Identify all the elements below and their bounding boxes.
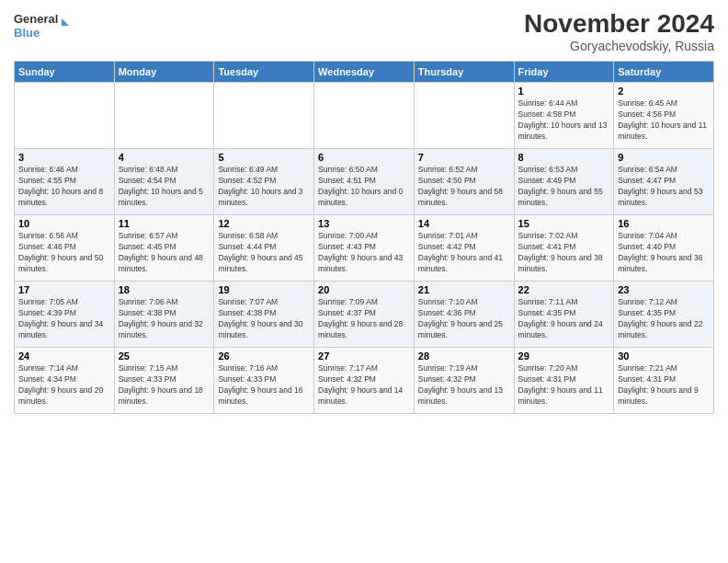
- day-number: 22: [518, 284, 610, 295]
- day-info: Sunrise: 7:02 AM Sunset: 4:41 PM Dayligh…: [518, 231, 610, 275]
- calendar-cell-w2-d6: 8Sunrise: 6:53 AM Sunset: 4:49 PM Daylig…: [514, 149, 614, 215]
- page-header: General Blue November 2024 Goryachevodsk…: [14, 9, 714, 53]
- day-info: Sunrise: 7:10 AM Sunset: 4:36 PM Dayligh…: [418, 297, 510, 341]
- day-number: 9: [618, 152, 710, 163]
- calendar-cell-w2-d1: 3Sunrise: 6:46 AM Sunset: 4:55 PM Daylig…: [15, 149, 115, 215]
- day-number: 19: [218, 284, 310, 295]
- logo: General Blue: [14, 9, 69, 42]
- day-number: 5: [218, 152, 310, 163]
- calendar-cell-w1-d1: [15, 83, 115, 149]
- day-number: 1: [518, 86, 610, 97]
- calendar-cell-w4-d4: 20Sunrise: 7:09 AM Sunset: 4:37 PM Dayli…: [314, 282, 415, 348]
- calendar-cell-w3-d2: 11Sunrise: 6:57 AM Sunset: 4:45 PM Dayli…: [114, 215, 214, 282]
- calendar-cell-w3-d3: 12Sunrise: 6:58 AM Sunset: 4:44 PM Dayli…: [214, 215, 314, 282]
- calendar-cell-w4-d5: 21Sunrise: 7:10 AM Sunset: 4:36 PM Dayli…: [414, 282, 514, 348]
- col-wednesday: Wednesday: [314, 62, 415, 83]
- calendar-cell-w4-d6: 22Sunrise: 7:11 AM Sunset: 4:35 PM Dayli…: [514, 282, 614, 348]
- calendar-cell-w5-d3: 26Sunrise: 7:16 AM Sunset: 4:33 PM Dayli…: [214, 348, 314, 414]
- day-number: 2: [618, 86, 710, 97]
- day-number: 6: [318, 152, 410, 163]
- calendar-cell-w1-d4: [314, 83, 415, 149]
- day-number: 21: [418, 284, 510, 295]
- day-info: Sunrise: 6:45 AM Sunset: 4:56 PM Dayligh…: [618, 98, 710, 143]
- col-tuesday: Tuesday: [214, 62, 314, 83]
- calendar-cell-w2-d3: 5Sunrise: 6:49 AM Sunset: 4:52 PM Daylig…: [214, 149, 314, 215]
- calendar-week-5: 24Sunrise: 7:14 AM Sunset: 4:34 PM Dayli…: [15, 348, 714, 414]
- day-info: Sunrise: 7:05 AM Sunset: 4:39 PM Dayligh…: [18, 297, 110, 341]
- day-info: Sunrise: 6:46 AM Sunset: 4:55 PM Dayligh…: [18, 165, 110, 209]
- logo-svg: General Blue: [14, 9, 69, 42]
- svg-text:Blue: Blue: [14, 26, 40, 40]
- day-info: Sunrise: 7:04 AM Sunset: 4:40 PM Dayligh…: [618, 231, 710, 275]
- day-info: Sunrise: 6:54 AM Sunset: 4:47 PM Dayligh…: [618, 165, 710, 209]
- day-info: Sunrise: 6:52 AM Sunset: 4:50 PM Dayligh…: [418, 165, 510, 209]
- day-info: Sunrise: 7:09 AM Sunset: 4:37 PM Dayligh…: [318, 297, 410, 341]
- calendar-cell-w5-d7: 30Sunrise: 7:21 AM Sunset: 4:31 PM Dayli…: [614, 348, 714, 414]
- day-number: 14: [418, 218, 510, 229]
- day-number: 20: [318, 284, 410, 295]
- day-info: Sunrise: 7:00 AM Sunset: 4:43 PM Dayligh…: [318, 231, 410, 275]
- calendar-cell-w4-d3: 19Sunrise: 7:07 AM Sunset: 4:38 PM Dayli…: [214, 282, 314, 348]
- day-info: Sunrise: 7:19 AM Sunset: 4:32 PM Dayligh…: [418, 363, 510, 408]
- day-info: Sunrise: 7:11 AM Sunset: 4:35 PM Dayligh…: [518, 297, 610, 341]
- day-number: 3: [18, 152, 110, 163]
- calendar-cell-w1-d6: 1Sunrise: 6:44 AM Sunset: 4:58 PM Daylig…: [514, 83, 614, 149]
- day-number: 23: [618, 284, 710, 295]
- calendar-cell-w3-d6: 15Sunrise: 7:02 AM Sunset: 4:41 PM Dayli…: [514, 215, 614, 282]
- calendar-week-1: 1Sunrise: 6:44 AM Sunset: 4:58 PM Daylig…: [15, 83, 714, 149]
- calendar-cell-w3-d1: 10Sunrise: 6:56 AM Sunset: 4:46 PM Dayli…: [15, 215, 115, 282]
- calendar-cell-w2-d2: 4Sunrise: 6:48 AM Sunset: 4:54 PM Daylig…: [114, 149, 214, 215]
- col-thursday: Thursday: [414, 62, 514, 83]
- calendar-cell-w5-d5: 28Sunrise: 7:19 AM Sunset: 4:32 PM Dayli…: [414, 348, 514, 414]
- day-info: Sunrise: 7:14 AM Sunset: 4:34 PM Dayligh…: [18, 363, 110, 408]
- calendar-cell-w2-d4: 6Sunrise: 6:50 AM Sunset: 4:51 PM Daylig…: [314, 149, 415, 215]
- day-info: Sunrise: 7:20 AM Sunset: 4:31 PM Dayligh…: [518, 363, 610, 408]
- day-info: Sunrise: 6:57 AM Sunset: 4:45 PM Dayligh…: [119, 231, 210, 275]
- day-number: 8: [518, 152, 610, 163]
- calendar-cell-w1-d5: [414, 83, 514, 149]
- calendar-cell-w1-d2: [114, 83, 214, 149]
- month-title: November 2024: [524, 9, 714, 39]
- calendar-cell-w5-d4: 27Sunrise: 7:17 AM Sunset: 4:32 PM Dayli…: [314, 348, 415, 414]
- calendar-cell-w1-d3: [214, 83, 314, 149]
- day-number: 25: [119, 350, 210, 362]
- day-number: 11: [119, 218, 210, 229]
- day-info: Sunrise: 7:01 AM Sunset: 4:42 PM Dayligh…: [418, 231, 510, 275]
- calendar-cell-w2-d7: 9Sunrise: 6:54 AM Sunset: 4:47 PM Daylig…: [614, 149, 714, 215]
- calendar-cell-w3-d4: 13Sunrise: 7:00 AM Sunset: 4:43 PM Dayli…: [314, 215, 415, 282]
- calendar-week-2: 3Sunrise: 6:46 AM Sunset: 4:55 PM Daylig…: [15, 149, 714, 215]
- day-number: 12: [218, 218, 310, 229]
- day-info: Sunrise: 7:12 AM Sunset: 4:35 PM Dayligh…: [618, 297, 710, 341]
- col-sunday: Sunday: [15, 62, 115, 83]
- day-number: 24: [18, 350, 110, 362]
- day-number: 10: [18, 218, 110, 229]
- day-number: 17: [18, 284, 110, 295]
- calendar-week-3: 10Sunrise: 6:56 AM Sunset: 4:46 PM Dayli…: [15, 215, 714, 282]
- col-saturday: Saturday: [614, 62, 714, 83]
- calendar-cell-w5-d2: 25Sunrise: 7:15 AM Sunset: 4:33 PM Dayli…: [114, 348, 214, 414]
- calendar-table: Sunday Monday Tuesday Wednesday Thursday…: [14, 61, 714, 414]
- day-number: 27: [318, 350, 410, 362]
- svg-marker-2: [62, 18, 69, 26]
- day-number: 13: [318, 218, 410, 229]
- day-info: Sunrise: 7:06 AM Sunset: 4:38 PM Dayligh…: [119, 297, 210, 341]
- day-number: 29: [518, 350, 610, 362]
- day-number: 28: [418, 350, 510, 362]
- title-block: November 2024 Goryachevodskiy, Russia: [524, 9, 714, 53]
- day-number: 26: [218, 350, 310, 362]
- location-subtitle: Goryachevodskiy, Russia: [524, 39, 714, 53]
- calendar-cell-w3-d5: 14Sunrise: 7:01 AM Sunset: 4:42 PM Dayli…: [414, 215, 514, 282]
- calendar-week-4: 17Sunrise: 7:05 AM Sunset: 4:39 PM Dayli…: [15, 282, 714, 348]
- day-info: Sunrise: 6:53 AM Sunset: 4:49 PM Dayligh…: [518, 165, 610, 209]
- calendar-cell-w4-d1: 17Sunrise: 7:05 AM Sunset: 4:39 PM Dayli…: [15, 282, 115, 348]
- calendar-cell-w3-d7: 16Sunrise: 7:04 AM Sunset: 4:40 PM Dayli…: [614, 215, 714, 282]
- day-info: Sunrise: 6:49 AM Sunset: 4:52 PM Dayligh…: [218, 165, 310, 209]
- calendar-cell-w5-d6: 29Sunrise: 7:20 AM Sunset: 4:31 PM Dayli…: [514, 348, 614, 414]
- day-info: Sunrise: 6:48 AM Sunset: 4:54 PM Dayligh…: [119, 165, 210, 209]
- col-monday: Monday: [114, 62, 214, 83]
- calendar-cell-w2-d5: 7Sunrise: 6:52 AM Sunset: 4:50 PM Daylig…: [414, 149, 514, 215]
- day-info: Sunrise: 6:58 AM Sunset: 4:44 PM Dayligh…: [218, 231, 310, 275]
- day-number: 18: [119, 284, 210, 295]
- calendar-cell-w4-d7: 23Sunrise: 7:12 AM Sunset: 4:35 PM Dayli…: [614, 282, 714, 348]
- day-number: 4: [119, 152, 210, 163]
